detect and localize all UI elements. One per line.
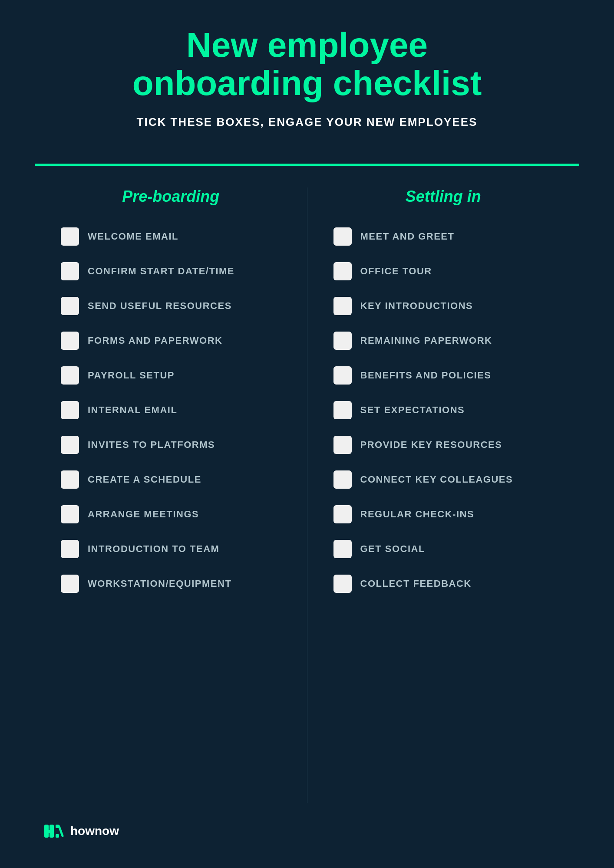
item-label: INTERNAL EMAIL <box>88 404 177 416</box>
item-label: INVITES TO PLATFORMS <box>88 439 215 450</box>
page: New employee onboarding checklist TICK T… <box>0 0 614 868</box>
item-label: MEET AND GREET <box>360 231 455 242</box>
header: New employee onboarding checklist TICK T… <box>132 26 482 142</box>
list-item: KEY INTRODUCTIONS <box>333 297 554 315</box>
checkbox[interactable] <box>61 505 79 523</box>
logo-text: hownow <box>70 824 119 838</box>
list-item: FORMS AND PAPERWORK <box>61 332 281 350</box>
svg-rect-4 <box>56 834 59 838</box>
list-item: CONFIRM START DATE/TIME <box>61 262 281 280</box>
checkbox[interactable] <box>61 470 79 489</box>
list-item: WORKSTATION/EQUIPMENT <box>61 575 281 593</box>
item-label: CREATE A SCHEDULE <box>88 474 201 485</box>
checkbox[interactable] <box>333 332 352 350</box>
preboarding-column: Pre-boarding WELCOME EMAIL CONFIRM START… <box>35 187 307 803</box>
list-item: REMAINING PAPERWORK <box>333 332 554 350</box>
svg-rect-2 <box>50 825 54 838</box>
checkbox[interactable] <box>61 366 79 385</box>
item-label: PROVIDE KEY RESOURCES <box>360 439 502 450</box>
item-label: INTRODUCTION TO TEAM <box>88 543 219 555</box>
checkbox[interactable] <box>333 436 352 454</box>
checkbox[interactable] <box>61 332 79 350</box>
list-item: ARRANGE MEETINGS <box>61 505 281 523</box>
item-label: COLLECT FEEDBACK <box>360 578 472 589</box>
checkbox[interactable] <box>333 401 352 419</box>
subtitle: TICK THESE BOXES, ENGAGE YOUR NEW EMPLOY… <box>132 115 482 129</box>
item-label: CONFIRM START DATE/TIME <box>88 266 234 277</box>
list-item: WELCOME EMAIL <box>61 227 281 246</box>
item-label: BENEFITS AND POLICIES <box>360 370 492 381</box>
checkbox[interactable] <box>61 575 79 593</box>
settlingin-column: Settling in MEET AND GREET OFFICE TOUR K… <box>307 187 580 803</box>
item-label: OFFICE TOUR <box>360 266 432 277</box>
checkbox[interactable] <box>333 297 352 315</box>
list-item: SET EXPECTATIONS <box>333 401 554 419</box>
checkbox[interactable] <box>333 575 352 593</box>
settlingin-title: Settling in <box>333 187 554 206</box>
checkbox[interactable] <box>61 262 79 280</box>
list-item: INVITES TO PLATFORMS <box>61 436 281 454</box>
footer: hownow <box>35 820 579 842</box>
item-label: REGULAR CHECK-INS <box>360 509 475 520</box>
item-label: GET SOCIAL <box>360 543 425 555</box>
item-label: REMAINING PAPERWORK <box>360 335 492 346</box>
checkbox[interactable] <box>333 540 352 558</box>
list-item: SEND USEFUL RESOURCES <box>61 297 281 315</box>
checkbox[interactable] <box>61 227 79 246</box>
list-item: REGULAR CHECK-INS <box>333 505 554 523</box>
checkbox[interactable] <box>61 540 79 558</box>
checkbox[interactable] <box>333 262 352 280</box>
list-item: MEET AND GREET <box>333 227 554 246</box>
list-item: CONNECT KEY COLLEAGUES <box>333 470 554 489</box>
list-item: COLLECT FEEDBACK <box>333 575 554 593</box>
checkbox[interactable] <box>333 366 352 385</box>
preboarding-title: Pre-boarding <box>61 187 281 206</box>
list-item: CREATE A SCHEDULE <box>61 470 281 489</box>
list-item: INTRODUCTION TO TEAM <box>61 540 281 558</box>
divider <box>35 164 579 166</box>
list-item: OFFICE TOUR <box>333 262 554 280</box>
item-label: SET EXPECTATIONS <box>360 404 465 416</box>
checkbox[interactable] <box>333 505 352 523</box>
hownow-logo-icon <box>43 820 65 842</box>
columns-container: Pre-boarding WELCOME EMAIL CONFIRM START… <box>35 187 579 803</box>
list-item: BENEFITS AND POLICIES <box>333 366 554 385</box>
item-label: PAYROLL SETUP <box>88 370 175 381</box>
list-item: PROVIDE KEY RESOURCES <box>333 436 554 454</box>
checkbox[interactable] <box>333 227 352 246</box>
item-label: KEY INTRODUCTIONS <box>360 300 473 312</box>
checkbox[interactable] <box>61 436 79 454</box>
list-item: INTERNAL EMAIL <box>61 401 281 419</box>
item-label: WELCOME EMAIL <box>88 231 178 242</box>
item-label: SEND USEFUL RESOURCES <box>88 300 232 312</box>
item-label: WORKSTATION/EQUIPMENT <box>88 578 231 589</box>
page-title: New employee onboarding checklist <box>132 26 482 102</box>
item-label: FORMS AND PAPERWORK <box>88 335 222 346</box>
list-item: GET SOCIAL <box>333 540 554 558</box>
checkbox[interactable] <box>333 470 352 489</box>
logo: hownow <box>43 820 119 842</box>
item-label: CONNECT KEY COLLEAGUES <box>360 474 513 485</box>
checkbox[interactable] <box>61 297 79 315</box>
item-label: ARRANGE MEETINGS <box>88 509 199 520</box>
checkbox[interactable] <box>61 401 79 419</box>
list-item: PAYROLL SETUP <box>61 366 281 385</box>
